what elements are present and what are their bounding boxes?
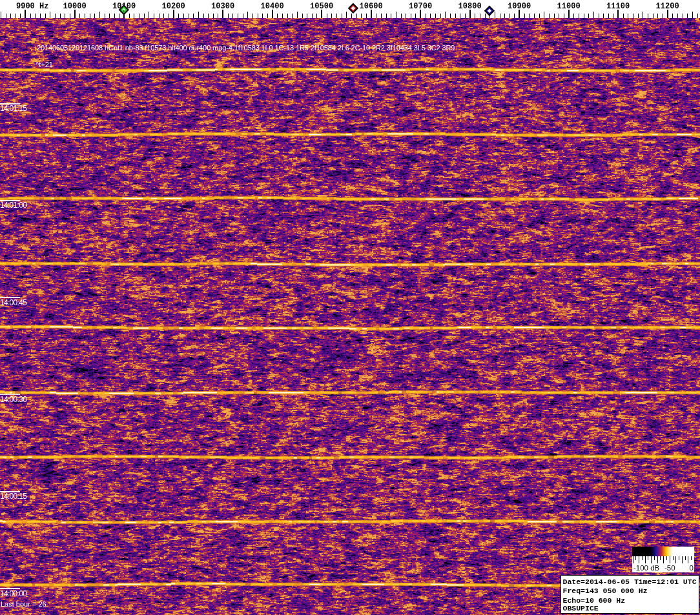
svg-text:14:00:15: 14:00:15 (0, 492, 27, 501)
svg-text:-50: -50 (664, 564, 675, 572)
svg-text:Freq=143 050 000 Hz: Freq=143 050 000 Hz (563, 587, 648, 595)
svg-text:0: 0 (690, 564, 694, 572)
svg-text:Echo=10 600 Hz: Echo=10 600 Hz (563, 596, 626, 605)
svg-text:14:01:00: 14:01:00 (0, 201, 27, 210)
svg-text:^t+21: ^t+21 (36, 61, 53, 68)
svg-text:20140605120121608 hCnt1 nb-83: 20140605120121608 hCnt1 nb-83 f10573 hit… (37, 44, 455, 52)
svg-text:14:00:00: 14:00:00 (0, 589, 27, 598)
svg-text:OBSUPICE: OBSUPICE (563, 604, 599, 612)
svg-text:Last hour = 26: Last hour = 26 (1, 600, 46, 608)
svg-text:14:00:45: 14:00:45 (0, 298, 27, 307)
svg-text:14:00:30: 14:00:30 (0, 395, 27, 404)
svg-text:-100 dB: -100 dB (633, 564, 660, 572)
svg-text:Date=2014-06-05 Time=12:01 UTC: Date=2014-06-05 Time=12:01 UTC (563, 578, 697, 586)
svg-text:14:01:15: 14:01:15 (0, 104, 27, 113)
